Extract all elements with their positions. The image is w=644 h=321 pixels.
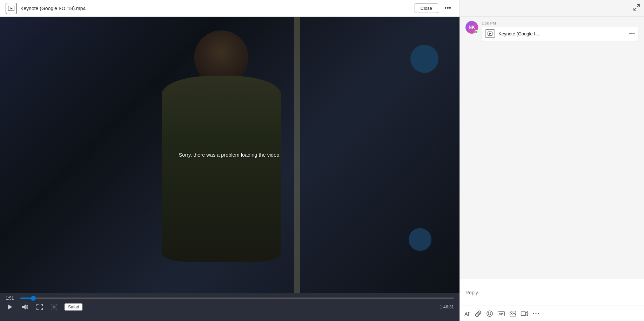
svg-point-21 bbox=[536, 313, 537, 314]
reply-input-row bbox=[460, 279, 644, 306]
progress-track[interactable] bbox=[20, 298, 454, 299]
safari-badge: Safari bbox=[65, 303, 82, 310]
decoration-circle-bottom bbox=[409, 228, 431, 251]
chat-panel: NK 1:50 PM Keynote (Google I-... ••• bbox=[459, 0, 644, 321]
emoji-button[interactable] bbox=[487, 310, 493, 317]
svg-marker-1 bbox=[11, 7, 13, 9]
progress-thumb[interactable] bbox=[31, 296, 36, 301]
svg-marker-3 bbox=[22, 305, 26, 309]
more-toolbar-button[interactable] bbox=[533, 313, 539, 314]
player-icon bbox=[6, 3, 17, 14]
message-more-button[interactable]: ••• bbox=[629, 30, 635, 37]
svg-marker-2 bbox=[8, 305, 12, 309]
svg-text:GIF: GIF bbox=[499, 312, 503, 315]
player-controls: 1:51 bbox=[0, 293, 459, 321]
video-area: Sorry, there was a problem loading the v… bbox=[0, 17, 459, 293]
gif-button[interactable]: GIF bbox=[498, 311, 505, 316]
svg-point-12 bbox=[487, 311, 492, 316]
volume-button[interactable] bbox=[20, 303, 29, 311]
reply-toolbar: GIF bbox=[460, 306, 644, 321]
svg-line-6 bbox=[634, 8, 636, 10]
svg-marker-8 bbox=[489, 33, 491, 35]
svg-line-5 bbox=[637, 5, 639, 7]
progress-bar-row: 1:51 bbox=[6, 296, 454, 301]
chat-messages: NK 1:50 PM Keynote (Google I-... ••• bbox=[460, 17, 644, 279]
play-button[interactable] bbox=[6, 303, 14, 311]
fullscreen-button[interactable] bbox=[36, 303, 43, 311]
format-text-button[interactable] bbox=[464, 311, 470, 316]
total-time: 1:46:31 bbox=[440, 305, 454, 309]
online-indicator bbox=[475, 30, 478, 34]
reply-area: GIF bbox=[460, 279, 644, 321]
message-bubble: Keynote (Google I-... ••• bbox=[482, 27, 638, 41]
settings-button[interactable] bbox=[50, 303, 58, 311]
player-title: Keynote (Google I-O '18).mp4 bbox=[20, 6, 411, 11]
player-titlebar: Keynote (Google I-O '18).mp4 Close ••• bbox=[0, 0, 459, 17]
chat-top-bar bbox=[460, 0, 644, 17]
more-options-button[interactable]: ••• bbox=[442, 5, 454, 12]
meeting-button[interactable] bbox=[521, 311, 528, 316]
svg-point-14 bbox=[490, 313, 491, 313]
image-button[interactable] bbox=[510, 311, 516, 316]
reply-input[interactable] bbox=[465, 290, 638, 295]
svg-rect-19 bbox=[521, 312, 526, 315]
svg-point-4 bbox=[53, 306, 55, 308]
video-player-panel: Keynote (Google I-O '18).mp4 Close ••• S… bbox=[0, 0, 459, 321]
close-button[interactable]: Close bbox=[415, 4, 438, 13]
svg-point-13 bbox=[488, 313, 489, 313]
chat-expand-button[interactable] bbox=[633, 4, 640, 12]
message-content: 1:50 PM Keynote (Google I-... ••• bbox=[482, 21, 638, 41]
svg-point-22 bbox=[538, 313, 539, 314]
message-item: NK 1:50 PM Keynote (Google I-... ••• bbox=[465, 21, 638, 41]
file-name: Keynote (Google I-... bbox=[498, 31, 625, 36]
video-background: Sorry, there was a problem loading the v… bbox=[0, 17, 459, 293]
error-message: Sorry, there was a problem loading the v… bbox=[179, 152, 281, 158]
controls-row: Safari 1:46:31 bbox=[6, 303, 454, 311]
attach-button[interactable] bbox=[475, 310, 482, 317]
file-icon bbox=[485, 29, 495, 38]
message-time: 1:50 PM bbox=[482, 21, 638, 25]
svg-point-20 bbox=[533, 313, 534, 314]
avatar: NK bbox=[465, 21, 478, 34]
decoration-circle-top bbox=[410, 45, 438, 73]
current-time: 1:51 bbox=[6, 296, 17, 301]
